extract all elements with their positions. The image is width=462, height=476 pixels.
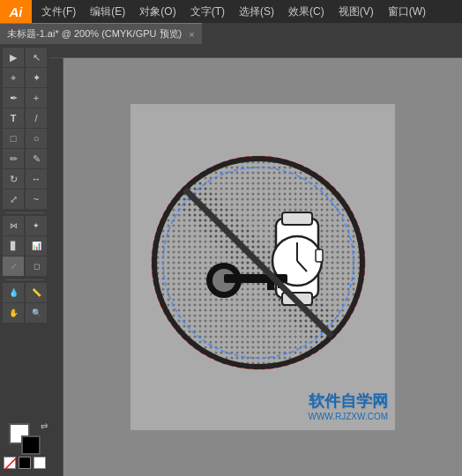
- black-color[interactable]: [19, 457, 31, 469]
- artboard: 软件自学网 WWW.RJZXW.COM: [130, 104, 395, 430]
- scale-tool[interactable]: ⤢: [3, 190, 24, 209]
- rotate-tool[interactable]: ↻: [3, 169, 24, 189]
- artwork-svg: [139, 144, 377, 382]
- ai-logo-text: Ai: [10, 4, 23, 19]
- tool-row-select: ▶ ↖: [0, 48, 49, 67]
- menu-effect[interactable]: 效果(C): [282, 3, 331, 21]
- tool-row-lasso: ⌖ ✦: [0, 68, 49, 87]
- slice-tool[interactable]: ⟋: [3, 257, 24, 276]
- pencil-tool[interactable]: ✎: [26, 149, 47, 168]
- line-tool[interactable]: /: [26, 108, 47, 128]
- white-color[interactable]: [34, 457, 46, 469]
- rect-tool[interactable]: □: [3, 129, 24, 148]
- fill-stroke-box[interactable]: ⇄: [9, 423, 41, 455]
- swap-colors-icon[interactable]: ⇄: [41, 421, 48, 431]
- ruler-horizontal: [49, 44, 462, 58]
- brush-tool[interactable]: ✏: [3, 149, 24, 168]
- reflect-tool[interactable]: ↔: [26, 169, 47, 189]
- menu-bar: Ai 文件(F) 编辑(E) 对象(O) 文字(T) 选择(S) 效果(C) 视…: [0, 0, 462, 23]
- direct-select-tool[interactable]: ↖: [26, 48, 47, 67]
- color-area: ⇄: [0, 420, 49, 472]
- column-chart-tool[interactable]: ▊: [3, 236, 24, 256]
- tool-row-rotate: ↻ ↔: [0, 169, 49, 189]
- tool-row-eyedropper: 💧 📏: [0, 283, 49, 302]
- menu-object[interactable]: 对象(O): [133, 3, 182, 21]
- tool-row-blend: ⋈ ✦: [0, 216, 49, 235]
- artwork: [139, 144, 386, 390]
- blend-tool[interactable]: ⋈: [3, 216, 24, 235]
- tab-title: 未标题-1.ai* @ 200% (CMYK/GPU 预览): [7, 27, 182, 41]
- tool-row-type: T /: [0, 108, 49, 128]
- canvas-background[interactable]: 软件自学网 WWW.RJZXW.COM: [63, 58, 462, 476]
- watch-strap-top: [282, 212, 312, 225]
- magic-wand-tool[interactable]: ✦: [26, 68, 47, 87]
- tool-row-hand: ✋ 🔍: [0, 303, 49, 323]
- tool-row-brush: ✏ ✎: [0, 149, 49, 168]
- symbol-tool[interactable]: ✦: [26, 216, 47, 235]
- menu-view[interactable]: 视图(V): [332, 3, 380, 21]
- eyedropper-tool[interactable]: 💧: [3, 283, 24, 302]
- watermark: 软件自学网 WWW.RJZXW.COM: [308, 390, 388, 421]
- tool-row-slice: ⟋ ◻: [0, 257, 49, 276]
- ai-logo-icon: Ai: [0, 0, 32, 23]
- stroke-color[interactable]: [21, 435, 41, 455]
- bar-chart-tool[interactable]: 📊: [26, 236, 47, 256]
- color-options-row: [4, 457, 46, 469]
- pen-tool[interactable]: ✒: [3, 88, 24, 108]
- tool-row-chart: ▊ 📊: [0, 236, 49, 256]
- none-icon: [4, 457, 17, 470]
- tool-row-shape: □ ○: [0, 129, 49, 148]
- menu-select[interactable]: 选择(S): [233, 3, 280, 21]
- key-tooth-1: [267, 283, 274, 290]
- lasso-tool[interactable]: ⌖: [3, 68, 24, 87]
- zoom-tool[interactable]: 🔍: [26, 303, 47, 323]
- slice-select-tool[interactable]: ◻: [26, 257, 47, 276]
- active-tab[interactable]: 未标题-1.ai* @ 200% (CMYK/GPU 预览) ×: [0, 23, 202, 44]
- tool-row-scale: ⤢ ~: [0, 190, 49, 209]
- ellipse-tool[interactable]: ○: [26, 129, 47, 148]
- warp-tool[interactable]: ~: [26, 190, 47, 209]
- toolbar-separator-1: [5, 212, 44, 213]
- toolbar-separator-2: [5, 279, 44, 280]
- menu-items: 文件(F) 编辑(E) 对象(O) 文字(T) 选择(S) 效果(C) 视图(V…: [32, 3, 432, 21]
- tool-row-pen: ✒ +: [0, 88, 49, 108]
- hand-tool[interactable]: ✋: [3, 303, 24, 323]
- watermark-url: WWW.RJZXW.COM: [308, 412, 388, 421]
- add-anchor-tool[interactable]: +: [26, 88, 47, 108]
- select-tool[interactable]: ▶: [3, 48, 24, 67]
- watch-crown: [316, 249, 323, 262]
- menu-edit[interactable]: 编辑(E): [84, 3, 131, 21]
- tab-bar: 未标题-1.ai* @ 200% (CMYK/GPU 预览) ×: [0, 23, 462, 44]
- menu-window[interactable]: 窗口(W): [382, 3, 432, 21]
- svg-line-0: [4, 457, 17, 470]
- none-color[interactable]: [4, 457, 16, 469]
- watermark-text: 软件自学网: [308, 390, 388, 412]
- left-toolbar: ▶ ↖ ⌖ ✦ ✒ + T / □ ○ ✏ ✎ ↻ ↔ ⤢ ~: [0, 44, 49, 476]
- main-area: ▶ ↖ ⌖ ✦ ✒ + T / □ ○ ✏ ✎ ↻ ↔ ⤢ ~: [0, 44, 462, 476]
- type-tool[interactable]: T: [3, 108, 24, 128]
- canvas-area: 软件自学网 WWW.RJZXW.COM: [49, 44, 462, 476]
- measure-tool[interactable]: 📏: [26, 283, 47, 302]
- tab-close-button[interactable]: ×: [189, 29, 194, 40]
- menu-text[interactable]: 文字(T): [184, 3, 231, 21]
- menu-file[interactable]: 文件(F): [35, 3, 82, 21]
- ruler-vertical: [49, 58, 63, 476]
